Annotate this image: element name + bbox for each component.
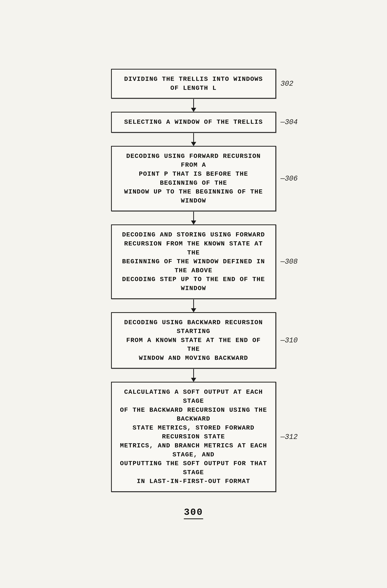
arrow-1 <box>191 99 196 112</box>
step-308-line3: BEGINNING OF THE WINDOW DEFINED IN THE A… <box>119 257 268 275</box>
step-304-ref: —304 <box>281 118 300 126</box>
step-312-line4: METRICS, AND BRANCH METRICS AT EACH STAG… <box>119 441 268 459</box>
step-310-box: DECODING USING BACKWARD RECURSION STARTI… <box>111 312 276 369</box>
step-310-line3: WINDOW AND MOVING BACKWARD <box>119 354 268 363</box>
step-306-box: DECODING USING FORWARD RECURSION FROM A … <box>111 146 276 211</box>
step-304-text: SELECTING A WINDOW OF THE TRELLIS <box>124 119 263 126</box>
step-302-text: DIVIDING THE TRELLIS INTO WINDOWS OF LEN… <box>124 76 263 92</box>
flow-diagram: DIVIDING THE TRELLIS INTO WINDOWS OF LEN… <box>81 69 306 492</box>
step-308-line1: DECODING AND STORING USING FORWARD <box>119 231 268 239</box>
step-306-line1: DECODING USING FORWARD RECURSION FROM A <box>119 152 268 170</box>
step-308-box: DECODING AND STORING USING FORWARD RECUR… <box>111 224 276 299</box>
step-310-line1: DECODING USING BACKWARD RECURSION STARTI… <box>119 318 268 336</box>
step-308-line4: DECODING STEP UP TO THE END OF THE WINDO… <box>119 275 268 293</box>
step-312-line5: OUTPUTTING THE SOFT OUTPUT FOR THAT STAG… <box>119 459 268 477</box>
step-306-line2: POINT P THAT IS BEFORE THE BEGINNING OF … <box>119 170 268 188</box>
arrow-2 <box>191 133 196 146</box>
step-304-box: SELECTING A WINDOW OF THE TRELLIS <box>111 112 276 133</box>
step-302-row: DIVIDING THE TRELLIS INTO WINDOWS OF LEN… <box>81 69 306 99</box>
step-312-line2: OF THE BACKWARD RECURSION USING THE BACK… <box>119 406 268 423</box>
page-label: 300 <box>184 507 203 519</box>
arrow-5 <box>191 369 196 382</box>
page-container: DIVIDING THE TRELLIS INTO WINDOWS OF LEN… <box>25 69 363 519</box>
step-306-ref: —306 <box>281 175 300 183</box>
step-308-line2: RECURSION FROM THE KNOWN STATE AT THE <box>119 239 268 257</box>
step-312-line1: CALCULATING A SOFT OUTPUT AT EACH STAGE <box>119 388 268 406</box>
step-306-line3: WINDOW UP TO THE BEGINNING OF THE WINDOW <box>119 188 268 205</box>
arrow-3 <box>191 211 196 224</box>
step-310-ref: —310 <box>281 336 300 344</box>
step-312-line6: IN LAST-IN-FIRST-OUT FORMAT <box>119 477 268 486</box>
step-312-ref: —312 <box>281 433 300 441</box>
step-312-box: CALCULATING A SOFT OUTPUT AT EACH STAGE … <box>111 382 276 492</box>
step-304-row: SELECTING A WINDOW OF THE TRELLIS —304 <box>81 112 306 133</box>
step-310-row: DECODING USING BACKWARD RECURSION STARTI… <box>81 312 306 369</box>
step-308-row: DECODING AND STORING USING FORWARD RECUR… <box>81 224 306 299</box>
step-308-ref: —308 <box>281 258 300 266</box>
step-312-row: CALCULATING A SOFT OUTPUT AT EACH STAGE … <box>81 382 306 492</box>
step-302-ref: 302 <box>281 80 300 88</box>
arrow-4 <box>191 299 196 312</box>
step-312-line3: STATE METRICS, STORED FORWARD RECURSION … <box>119 423 268 441</box>
step-306-row: DECODING USING FORWARD RECURSION FROM A … <box>81 146 306 211</box>
step-302-box: DIVIDING THE TRELLIS INTO WINDOWS OF LEN… <box>111 69 276 99</box>
step-310-line2: FROM A KNOWN STATE AT THE END OF THE <box>119 336 268 354</box>
